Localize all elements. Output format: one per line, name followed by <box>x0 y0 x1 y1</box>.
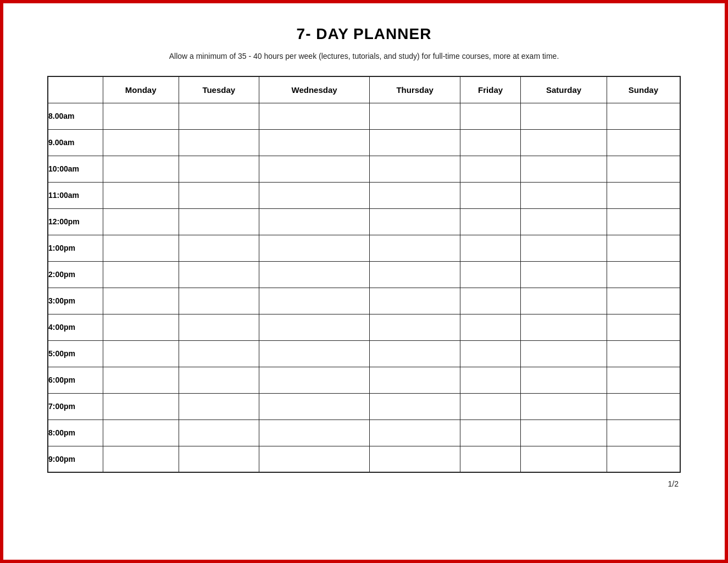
schedule-cell[interactable] <box>179 156 259 182</box>
schedule-cell[interactable] <box>103 367 179 393</box>
schedule-cell[interactable] <box>521 288 607 314</box>
schedule-cell[interactable] <box>521 103 607 129</box>
schedule-cell[interactable] <box>179 261 259 288</box>
schedule-cell[interactable] <box>521 420 607 446</box>
schedule-cell[interactable] <box>370 393 460 420</box>
schedule-cell[interactable] <box>521 340 607 367</box>
schedule-cell[interactable] <box>607 288 680 314</box>
schedule-cell[interactable] <box>103 420 179 446</box>
schedule-cell[interactable] <box>607 261 680 288</box>
schedule-cell[interactable] <box>259 156 370 182</box>
schedule-cell[interactable] <box>370 340 460 367</box>
schedule-cell[interactable] <box>259 340 370 367</box>
schedule-cell[interactable] <box>521 314 607 340</box>
schedule-cell[interactable] <box>607 420 680 446</box>
schedule-cell[interactable] <box>607 208 680 235</box>
schedule-cell[interactable] <box>521 367 607 393</box>
schedule-cell[interactable] <box>179 367 259 393</box>
schedule-cell[interactable] <box>370 156 460 182</box>
schedule-cell[interactable] <box>370 261 460 288</box>
schedule-cell[interactable] <box>103 314 179 340</box>
schedule-cell[interactable] <box>460 208 520 235</box>
schedule-cell[interactable] <box>521 261 607 288</box>
schedule-cell[interactable] <box>370 420 460 446</box>
schedule-cell[interactable] <box>103 393 179 420</box>
schedule-cell[interactable] <box>460 261 520 288</box>
schedule-cell[interactable] <box>607 367 680 393</box>
schedule-cell[interactable] <box>179 103 259 129</box>
schedule-cell[interactable] <box>521 446 607 472</box>
schedule-cell[interactable] <box>103 156 179 182</box>
schedule-cell[interactable] <box>460 340 520 367</box>
schedule-cell[interactable] <box>521 182 607 208</box>
schedule-cell[interactable] <box>103 288 179 314</box>
schedule-cell[interactable] <box>259 261 370 288</box>
schedule-cell[interactable] <box>370 314 460 340</box>
schedule-cell[interactable] <box>259 420 370 446</box>
schedule-cell[interactable] <box>370 129 460 156</box>
schedule-cell[interactable] <box>460 446 520 472</box>
schedule-cell[interactable] <box>607 446 680 472</box>
time-cell: 1:00pm <box>48 235 103 261</box>
schedule-cell[interactable] <box>103 235 179 261</box>
schedule-cell[interactable] <box>521 235 607 261</box>
schedule-cell[interactable] <box>103 182 179 208</box>
schedule-cell[interactable] <box>607 103 680 129</box>
schedule-cell[interactable] <box>103 340 179 367</box>
schedule-cell[interactable] <box>460 314 520 340</box>
schedule-cell[interactable] <box>521 156 607 182</box>
schedule-cell[interactable] <box>103 261 179 288</box>
schedule-cell[interactable] <box>521 393 607 420</box>
schedule-cell[interactable] <box>259 182 370 208</box>
schedule-cell[interactable] <box>607 235 680 261</box>
schedule-cell[interactable] <box>460 182 520 208</box>
schedule-cell[interactable] <box>179 314 259 340</box>
schedule-cell[interactable] <box>179 446 259 472</box>
schedule-cell[interactable] <box>259 235 370 261</box>
schedule-cell[interactable] <box>103 446 179 472</box>
schedule-cell[interactable] <box>521 129 607 156</box>
schedule-cell[interactable] <box>370 208 460 235</box>
schedule-cell[interactable] <box>607 314 680 340</box>
schedule-cell[interactable] <box>521 208 607 235</box>
schedule-cell[interactable] <box>370 182 460 208</box>
schedule-cell[interactable] <box>259 208 370 235</box>
schedule-cell[interactable] <box>179 182 259 208</box>
schedule-cell[interactable] <box>607 182 680 208</box>
schedule-cell[interactable] <box>103 208 179 235</box>
schedule-cell[interactable] <box>259 314 370 340</box>
schedule-cell[interactable] <box>460 420 520 446</box>
schedule-cell[interactable] <box>460 393 520 420</box>
schedule-cell[interactable] <box>460 103 520 129</box>
schedule-cell[interactable] <box>259 288 370 314</box>
schedule-cell[interactable] <box>179 340 259 367</box>
schedule-cell[interactable] <box>179 129 259 156</box>
schedule-cell[interactable] <box>607 156 680 182</box>
schedule-cell[interactable] <box>460 288 520 314</box>
schedule-cell[interactable] <box>370 446 460 472</box>
schedule-cell[interactable] <box>179 235 259 261</box>
schedule-cell[interactable] <box>607 393 680 420</box>
schedule-cell[interactable] <box>370 367 460 393</box>
schedule-cell[interactable] <box>103 103 179 129</box>
schedule-cell[interactable] <box>179 393 259 420</box>
schedule-cell[interactable] <box>607 340 680 367</box>
schedule-cell[interactable] <box>607 129 680 156</box>
schedule-cell[interactable] <box>179 288 259 314</box>
schedule-cell[interactable] <box>259 446 370 472</box>
schedule-cell[interactable] <box>259 103 370 129</box>
schedule-cell[interactable] <box>259 367 370 393</box>
schedule-cell[interactable] <box>370 235 460 261</box>
schedule-cell[interactable] <box>179 208 259 235</box>
time-cell: 8.00am <box>48 103 103 129</box>
schedule-cell[interactable] <box>460 367 520 393</box>
schedule-cell[interactable] <box>370 103 460 129</box>
schedule-cell[interactable] <box>103 129 179 156</box>
schedule-cell[interactable] <box>179 420 259 446</box>
schedule-cell[interactable] <box>460 156 520 182</box>
schedule-cell[interactable] <box>460 129 520 156</box>
schedule-cell[interactable] <box>259 129 370 156</box>
schedule-cell[interactable] <box>460 235 520 261</box>
schedule-cell[interactable] <box>370 288 460 314</box>
schedule-cell[interactable] <box>259 393 370 420</box>
